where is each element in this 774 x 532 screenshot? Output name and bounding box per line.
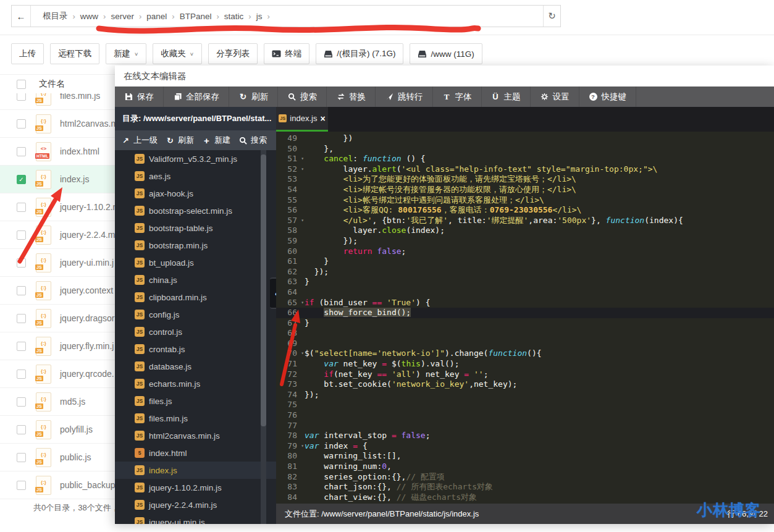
tree-file-item[interactable]: JSjquery-1.10.2.min.js (115, 479, 276, 496)
tree-refresh-button[interactable]: ↻刷新 (166, 135, 194, 146)
code-line-67[interactable]: 67} (276, 318, 774, 329)
filename-column-header[interactable]: 文件名 (39, 78, 65, 90)
code-line-60[interactable]: 60 return false; (276, 247, 774, 257)
code-line-79[interactable]: 79▾var index = { (276, 441, 774, 452)
code-line-49[interactable]: 49 }) (276, 133, 774, 144)
tree-file-item[interactable]: JSfiles.min.js (115, 410, 276, 427)
tree-file-item[interactable]: 5index.html (115, 444, 276, 462)
code-line-81[interactable]: 81 warning_num:0, (276, 462, 774, 472)
file-row[interactable]: {:}JSpublic_backup (0, 471, 115, 499)
file-row[interactable]: {:}JSfiles.min.js (0, 93, 115, 110)
code-line-52[interactable]: 52▾ layer.alert('<ul class="help-info-te… (276, 164, 774, 175)
code-editor[interactable]: 49 })50 },51▾ cancel: function () {52▾ l… (276, 132, 774, 505)
breadcrumb-item[interactable]: 根目录 (40, 11, 71, 22)
code-line-70[interactable]: 70▾$("select[name='network-io']").change… (276, 348, 774, 359)
back-button[interactable]: ← (12, 6, 31, 27)
file-row[interactable]: {:}JSpublic.js (0, 444, 115, 471)
editor-save-button[interactable]: 保存 (115, 87, 164, 107)
tree-file-item[interactable]: JSbootstrap.min.js (115, 237, 276, 254)
code-line-58[interactable]: 58 layer.close(index); (276, 226, 774, 236)
file-row[interactable]: <>HTMLindex.html (0, 138, 115, 166)
tree-file-item[interactable]: JSindex.js (115, 462, 276, 479)
code-line-51[interactable]: 51▾ cancel: function () { (276, 154, 774, 164)
file-row[interactable]: ✓{:}JSindex.js (0, 166, 115, 193)
file-row[interactable]: {:}JSjquery.context (0, 277, 115, 305)
code-line-75[interactable]: 75 (276, 400, 774, 410)
code-line-68[interactable]: 68 (276, 328, 774, 339)
code-line-66[interactable]: 66 show_force_bind(); (276, 308, 774, 318)
fold-arrow-icon[interactable]: ▾ (301, 348, 304, 359)
code-line-65[interactable]: 65▾if (bind_user == 'True') { (276, 298, 774, 308)
tree-file-item[interactable]: JSfiles.js (115, 392, 276, 410)
tree-file-item[interactable]: JSbootstrap-table.js (115, 219, 276, 237)
toolbar-button-[interactable]: 新建∨ (106, 43, 146, 64)
editor-font-button[interactable]: T字体 (433, 87, 482, 107)
tree-file-item[interactable]: JSbt_upload.js (115, 254, 276, 271)
tree-file-item[interactable]: JSecharts.min.js (115, 375, 276, 392)
breadcrumb-item[interactable]: server (107, 12, 137, 21)
tree-up-level-button[interactable]: ↗上一级 (121, 135, 158, 146)
select-all-checkbox[interactable] (17, 80, 26, 89)
fold-arrow-icon[interactable]: ▾ (301, 298, 304, 308)
code-line-55[interactable]: 55 <li>帐号绑定过程中遇到问题请联系客服处理；</li>\ (276, 195, 774, 206)
fold-arrow-icon[interactable]: ▾ (301, 216, 304, 226)
code-line-80[interactable]: 80 warning_list:[], (276, 451, 774, 462)
editor-hotkey-button[interactable]: ?快捷键 (579, 87, 637, 107)
code-line-71[interactable]: 71 var net_key = $(this).val(); (276, 359, 774, 369)
tree-file-item[interactable]: JSaes.js (115, 167, 276, 185)
fold-arrow-icon[interactable]: ▾ (301, 441, 304, 452)
row-checkbox[interactable] (17, 369, 26, 379)
tree-file-item[interactable]: JScrontab.js (115, 340, 276, 358)
code-line-73[interactable]: 73 bt.set_cookie('network_io_key',net_ke… (276, 379, 774, 390)
toolbar-button-[interactable]: 终端 (264, 43, 309, 64)
toolbar-button-71G[interactable]: /(根目录) (7.1G) (316, 43, 403, 64)
row-checkbox[interactable] (17, 481, 26, 490)
row-checkbox[interactable] (17, 286, 26, 295)
code-line-83[interactable]: 83 chart_json:{}, // 所有图表echarts对象 (276, 482, 774, 492)
tree-file-item[interactable]: JSValidform_v5.3.2_min.js (115, 150, 276, 167)
tree-scrollbar-thumb[interactable] (261, 154, 266, 426)
breadcrumb-item[interactable]: js (253, 12, 266, 21)
file-row[interactable]: {:}JShtml2canvas.m (0, 110, 115, 138)
code-line-63[interactable]: 63} (276, 277, 774, 287)
tree-file-item[interactable]: JSbootstrap-select.min.js (115, 202, 276, 219)
fold-arrow-icon[interactable]: ▾ (301, 154, 304, 164)
refresh-path-button[interactable]: ↻ (543, 6, 560, 27)
file-row[interactable]: {:}JSjquery-1.10.2.m (0, 193, 115, 221)
code-line-76[interactable]: 76 (276, 410, 774, 421)
code-line-61[interactable]: 61 } (276, 256, 774, 267)
row-checkbox[interactable] (17, 147, 26, 156)
code-line-64[interactable]: 64 (276, 287, 774, 298)
row-checkbox[interactable] (17, 314, 26, 323)
code-line-72[interactable]: 72 if(net_key == 'all') net_key = ''; (276, 369, 774, 380)
tree-file-item[interactable]: JSclipboard.min.js (115, 289, 276, 306)
breadcrumb-item[interactable]: BTPanel (177, 12, 215, 21)
row-checkbox[interactable] (17, 203, 26, 212)
row-checkbox[interactable] (17, 342, 26, 351)
file-row[interactable]: {:}JSmd5.js (0, 388, 115, 416)
tree-file-item[interactable]: JSajax-hook.js (115, 185, 276, 202)
row-checkbox[interactable] (17, 258, 26, 268)
code-line-82[interactable]: 82 series_option:{},// 配置项 (276, 472, 774, 483)
tree-search-button[interactable]: 搜索 (238, 135, 267, 146)
code-line-77[interactable]: 77 (276, 421, 774, 431)
tree-file-item[interactable]: JSchina.js (115, 271, 276, 289)
breadcrumb-item[interactable]: www (77, 12, 101, 21)
tree-scrollbar[interactable] (261, 150, 266, 524)
tree-file-item[interactable]: JScontrol.js (115, 323, 276, 340)
breadcrumb-item[interactable]: static (221, 12, 247, 21)
tree-file-item[interactable]: JSjquery-2.2.4.min.js (115, 496, 276, 513)
code-line-62[interactable]: 62 }); (276, 267, 774, 277)
code-line-53[interactable]: 53 <li>为了您能更好的体验面板功能，请先绑定宝塔账号；</li>\ (276, 174, 774, 185)
code-line-54[interactable]: 54 <li>绑定帐号没有接管服务器的功能权限，请放心使用；</li>\ (276, 185, 774, 195)
toolbar-button-[interactable]: 收藏夹∨ (153, 43, 202, 64)
code-line-57[interactable]: 57▾ </ul>', {btn:'我已了解', title:'绑定提醒',ar… (276, 216, 774, 226)
file-row[interactable]: {:}JSpolyfill.js (0, 416, 115, 444)
toolbar-button-[interactable]: 远程下载 (50, 43, 99, 64)
editor-theme-button[interactable]: Ü主题 (482, 87, 531, 107)
row-checkbox[interactable] (17, 93, 26, 101)
code-line-50[interactable]: 50 }, (276, 144, 774, 154)
editor-goto-line-button[interactable]: 跳转行 (376, 87, 433, 107)
breadcrumb-item[interactable]: panel (143, 12, 170, 21)
row-checkbox[interactable] (17, 453, 26, 462)
